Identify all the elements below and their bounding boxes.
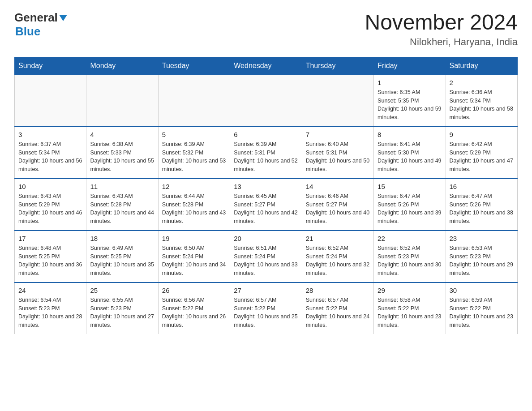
day-cell: 17Sunrise: 6:48 AMSunset: 5:25 PMDayligh… — [15, 231, 86, 283]
day-number: 11 — [90, 183, 154, 190]
day-number: 19 — [162, 235, 226, 242]
day-cell — [86, 75, 158, 127]
day-cell: 10Sunrise: 6:43 AMSunset: 5:29 PMDayligh… — [15, 179, 86, 231]
logo-triangle-icon — [59, 15, 67, 23]
day-cell: 21Sunrise: 6:52 AMSunset: 5:24 PMDayligh… — [302, 231, 373, 283]
location: Nilokheri, Haryana, India — [365, 36, 518, 48]
day-info: Sunrise: 6:44 AMSunset: 5:28 PMDaylight:… — [162, 192, 226, 226]
day-number: 28 — [306, 287, 370, 294]
week-row-4: 17Sunrise: 6:48 AMSunset: 5:25 PMDayligh… — [15, 231, 518, 283]
day-cell: 29Sunrise: 6:58 AMSunset: 5:22 PMDayligh… — [374, 283, 446, 334]
header-day-sunday: Sunday — [15, 57, 86, 75]
day-cell: 23Sunrise: 6:53 AMSunset: 5:23 PMDayligh… — [446, 231, 517, 283]
calendar-table: SundayMondayTuesdayWednesdayThursdayFrid… — [14, 57, 518, 334]
day-number: 1 — [378, 79, 442, 86]
day-number: 8 — [378, 131, 442, 138]
day-cell: 27Sunrise: 6:57 AMSunset: 5:22 PMDayligh… — [230, 283, 302, 334]
day-cell: 26Sunrise: 6:56 AMSunset: 5:22 PMDayligh… — [158, 283, 230, 334]
header-row: SundayMondayTuesdayWednesdayThursdayFrid… — [15, 57, 518, 75]
day-cell: 13Sunrise: 6:45 AMSunset: 5:27 PMDayligh… — [230, 179, 302, 231]
page-header: General Blue November 2024 Nilokheri, Ha… — [14, 11, 518, 48]
day-cell: 16Sunrise: 6:47 AMSunset: 5:26 PMDayligh… — [446, 179, 517, 231]
day-number: 12 — [162, 183, 226, 190]
month-title: November 2024 — [365, 11, 518, 34]
day-info: Sunrise: 6:39 AMSunset: 5:32 PMDaylight:… — [162, 140, 226, 174]
day-info: Sunrise: 6:49 AMSunset: 5:25 PMDaylight:… — [90, 244, 154, 278]
day-info: Sunrise: 6:55 AMSunset: 5:23 PMDaylight:… — [90, 296, 154, 330]
day-number: 23 — [450, 235, 514, 242]
day-cell: 2Sunrise: 6:36 AMSunset: 5:34 PMDaylight… — [446, 75, 517, 127]
day-info: Sunrise: 6:43 AMSunset: 5:29 PMDaylight:… — [18, 192, 82, 226]
logo-general-text: General — [14, 11, 58, 25]
day-info: Sunrise: 6:53 AMSunset: 5:23 PMDaylight:… — [450, 244, 514, 278]
day-number: 27 — [234, 287, 298, 294]
day-number: 26 — [162, 287, 226, 294]
day-number: 21 — [306, 235, 370, 242]
header-day-monday: Monday — [86, 57, 158, 75]
day-cell: 8Sunrise: 6:41 AMSunset: 5:30 PMDaylight… — [374, 127, 446, 179]
day-info: Sunrise: 6:41 AMSunset: 5:30 PMDaylight:… — [378, 140, 442, 174]
day-cell: 14Sunrise: 6:46 AMSunset: 5:27 PMDayligh… — [302, 179, 373, 231]
day-cell: 9Sunrise: 6:42 AMSunset: 5:29 PMDaylight… — [446, 127, 517, 179]
day-info: Sunrise: 6:57 AMSunset: 5:22 PMDaylight:… — [234, 296, 298, 330]
day-number: 15 — [378, 183, 442, 190]
week-row-3: 10Sunrise: 6:43 AMSunset: 5:29 PMDayligh… — [15, 179, 518, 231]
title-block: November 2024 Nilokheri, Haryana, India — [365, 11, 518, 48]
day-info: Sunrise: 6:59 AMSunset: 5:22 PMDaylight:… — [450, 296, 514, 330]
day-info: Sunrise: 6:51 AMSunset: 5:24 PMDaylight:… — [234, 244, 298, 278]
day-info: Sunrise: 6:37 AMSunset: 5:34 PMDaylight:… — [18, 140, 82, 174]
day-cell: 15Sunrise: 6:47 AMSunset: 5:26 PMDayligh… — [374, 179, 446, 231]
header-day-tuesday: Tuesday — [158, 57, 230, 75]
day-number: 4 — [90, 131, 154, 138]
day-cell: 5Sunrise: 6:39 AMSunset: 5:32 PMDaylight… — [158, 127, 230, 179]
day-cell: 4Sunrise: 6:38 AMSunset: 5:33 PMDaylight… — [86, 127, 158, 179]
day-number: 14 — [306, 183, 370, 190]
day-number: 6 — [234, 131, 298, 138]
day-cell — [230, 75, 302, 127]
day-number: 20 — [234, 235, 298, 242]
day-info: Sunrise: 6:47 AMSunset: 5:26 PMDaylight:… — [450, 192, 514, 226]
day-info: Sunrise: 6:42 AMSunset: 5:29 PMDaylight:… — [450, 140, 514, 174]
day-info: Sunrise: 6:39 AMSunset: 5:31 PMDaylight:… — [234, 140, 298, 174]
day-cell — [158, 75, 230, 127]
day-cell: 20Sunrise: 6:51 AMSunset: 5:24 PMDayligh… — [230, 231, 302, 283]
day-number: 9 — [450, 131, 514, 138]
week-row-1: 1Sunrise: 6:35 AMSunset: 5:35 PMDaylight… — [15, 75, 518, 127]
day-cell: 1Sunrise: 6:35 AMSunset: 5:35 PMDaylight… — [374, 75, 446, 127]
day-cell: 7Sunrise: 6:40 AMSunset: 5:31 PMDaylight… — [302, 127, 373, 179]
day-cell: 30Sunrise: 6:59 AMSunset: 5:22 PMDayligh… — [446, 283, 517, 334]
day-cell: 11Sunrise: 6:43 AMSunset: 5:28 PMDayligh… — [86, 179, 158, 231]
day-info: Sunrise: 6:46 AMSunset: 5:27 PMDaylight:… — [306, 192, 370, 226]
header-day-saturday: Saturday — [446, 57, 517, 75]
day-number: 18 — [90, 235, 154, 242]
day-number: 10 — [18, 183, 82, 190]
day-number: 16 — [450, 183, 514, 190]
day-cell: 25Sunrise: 6:55 AMSunset: 5:23 PMDayligh… — [86, 283, 158, 334]
day-number: 17 — [18, 235, 82, 242]
day-cell — [302, 75, 373, 127]
day-cell: 19Sunrise: 6:50 AMSunset: 5:24 PMDayligh… — [158, 231, 230, 283]
day-info: Sunrise: 6:47 AMSunset: 5:26 PMDaylight:… — [378, 192, 442, 226]
day-info: Sunrise: 6:57 AMSunset: 5:22 PMDaylight:… — [306, 296, 370, 330]
day-info: Sunrise: 6:35 AMSunset: 5:35 PMDaylight:… — [378, 88, 442, 122]
day-cell: 24Sunrise: 6:54 AMSunset: 5:23 PMDayligh… — [15, 283, 86, 334]
day-number: 2 — [450, 79, 514, 86]
day-cell: 12Sunrise: 6:44 AMSunset: 5:28 PMDayligh… — [158, 179, 230, 231]
day-cell: 28Sunrise: 6:57 AMSunset: 5:22 PMDayligh… — [302, 283, 373, 334]
day-info: Sunrise: 6:45 AMSunset: 5:27 PMDaylight:… — [234, 192, 298, 226]
day-info: Sunrise: 6:36 AMSunset: 5:34 PMDaylight:… — [450, 88, 514, 122]
day-info: Sunrise: 6:40 AMSunset: 5:31 PMDaylight:… — [306, 140, 370, 174]
day-number: 22 — [378, 235, 442, 242]
svg-marker-0 — [59, 15, 67, 21]
week-row-5: 24Sunrise: 6:54 AMSunset: 5:23 PMDayligh… — [15, 283, 518, 334]
day-info: Sunrise: 6:54 AMSunset: 5:23 PMDaylight:… — [18, 296, 82, 330]
week-row-2: 3Sunrise: 6:37 AMSunset: 5:34 PMDaylight… — [15, 127, 518, 179]
logo-blue-text: Blue — [15, 25, 40, 38]
day-number: 30 — [450, 287, 514, 294]
header-day-thursday: Thursday — [302, 57, 373, 75]
day-number: 3 — [18, 131, 82, 138]
day-number: 5 — [162, 131, 226, 138]
day-cell: 3Sunrise: 6:37 AMSunset: 5:34 PMDaylight… — [15, 127, 86, 179]
day-info: Sunrise: 6:52 AMSunset: 5:24 PMDaylight:… — [306, 244, 370, 278]
day-info: Sunrise: 6:48 AMSunset: 5:25 PMDaylight:… — [18, 244, 82, 278]
